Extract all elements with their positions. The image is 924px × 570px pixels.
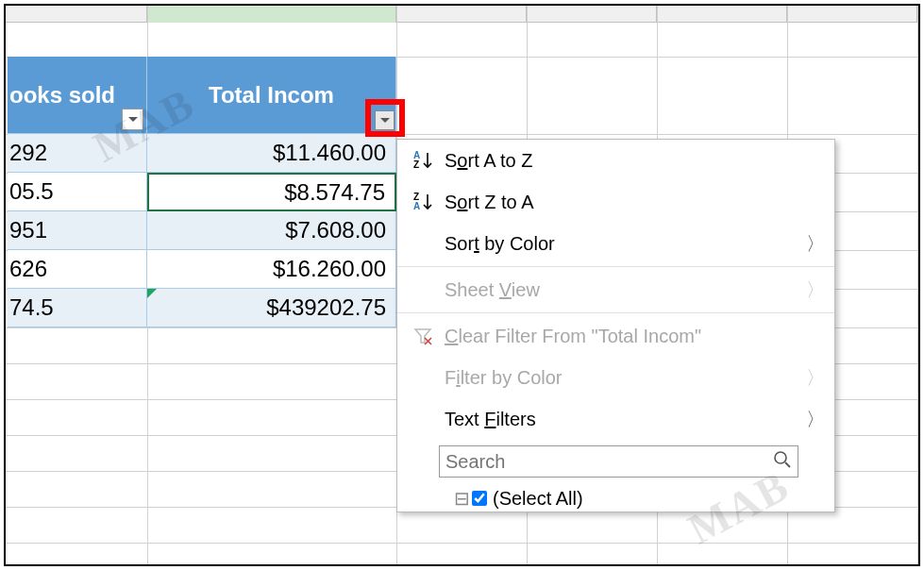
- menu-sort-atoz[interactable]: A Z Sort A to Z: [397, 140, 834, 181]
- cell[interactable]: 626: [8, 250, 147, 289]
- table-row-total: 74.5 $439202.75: [8, 289, 396, 327]
- cell-value: $11.460.00: [273, 140, 386, 166]
- menu-sort-ztoa[interactable]: Z A Sort Z to A: [397, 181, 834, 223]
- submenu-arrow-icon: 〉: [806, 365, 834, 391]
- table-header-row: ooks sold Total Incom: [8, 57, 396, 134]
- cell-value: 626: [9, 256, 47, 282]
- table-row: 292 $11.460.00: [8, 134, 396, 173]
- submenu-arrow-icon: 〉: [806, 277, 834, 303]
- menu-label-part: iew: [512, 279, 540, 300]
- clear-filter-icon: [413, 327, 432, 345]
- svg-text:A: A: [413, 201, 420, 211]
- svg-point-9: [775, 452, 786, 463]
- menu-accel: o: [457, 150, 467, 171]
- table-row: 626 $16.260.00: [8, 250, 396, 289]
- menu-accel: o: [457, 192, 467, 212]
- menu-accel: F: [484, 409, 496, 429]
- highlight-annotation: [365, 99, 405, 137]
- th-label: ooks sold: [9, 82, 115, 109]
- filter-value-label: (Select All): [493, 488, 583, 510]
- menu-accel: V: [499, 279, 512, 300]
- table-body: 292 $11.460.00 05.5 $8.574.75 951 $7.608…: [8, 134, 396, 327]
- filter-search-box[interactable]: [439, 445, 798, 478]
- active-cell[interactable]: $8.574.75: [147, 173, 396, 211]
- filter-value-list: ⊟ (Select All): [397, 481, 834, 511]
- cell[interactable]: $7.608.00: [147, 211, 396, 250]
- menu-label-part: rt A to Z: [467, 150, 532, 171]
- cell[interactable]: $16.260.00: [147, 250, 396, 289]
- menu-sheet-view: Sheet View 〉: [397, 269, 834, 310]
- sort-az-icon: A Z: [412, 150, 433, 171]
- submenu-arrow-icon: 〉: [806, 231, 834, 257]
- cell-value: 951: [9, 217, 47, 243]
- cell[interactable]: $439202.75: [147, 289, 396, 327]
- error-indicator-icon: [147, 289, 157, 298]
- menu-label-part: Text: [445, 409, 484, 429]
- menu-clear-filter: Clear Filter From "Total Incom": [397, 315, 834, 357]
- menu-label-part: S: [445, 192, 457, 212]
- menu-label-part: F: [445, 367, 456, 388]
- menu-sort-by-color[interactable]: Sort by Color 〉: [397, 223, 834, 264]
- data-table: ooks sold Total Incom 292 $11.460.00 05.…: [8, 57, 396, 327]
- table-row: 951 $7.608.00: [8, 211, 396, 250]
- cell[interactable]: 292: [8, 134, 147, 173]
- cell[interactable]: $11.460.00: [147, 134, 396, 173]
- menu-label-part: by Color: [479, 233, 555, 254]
- cell-value: 05.5: [9, 178, 54, 205]
- th-total-income[interactable]: Total Incom: [147, 57, 396, 134]
- menu-label-part: ilters: [496, 409, 535, 429]
- cell[interactable]: 74.5: [8, 289, 147, 327]
- menu-label-part: Sheet: [445, 279, 499, 300]
- search-icon: [773, 450, 792, 474]
- tree-connector-icon: ⊟: [454, 487, 470, 510]
- menu-label-part: lter by Color: [461, 367, 563, 388]
- cell-value: $439202.75: [266, 294, 386, 321]
- svg-text:Z: Z: [413, 159, 419, 170]
- menu-label-part: Sor: [445, 233, 474, 254]
- menu-label-part: S: [445, 150, 457, 171]
- cell[interactable]: 05.5: [8, 173, 147, 211]
- spreadsheet-view: ooks sold Total Incom 292 $11.460.00 05.…: [4, 4, 920, 566]
- cell-value: 292: [9, 140, 47, 166]
- cell-value: $8.574.75: [284, 179, 385, 206]
- menu-filter-by-color: Filter by Color 〉: [397, 357, 834, 398]
- table-row: 05.5 $8.574.75: [8, 173, 396, 211]
- th-label: Total Incom: [209, 82, 334, 109]
- menu-label-part: lear Filter From "Total Incom": [458, 326, 701, 346]
- th-books-sold[interactable]: ooks sold: [8, 57, 147, 134]
- cell-value: 74.5: [9, 294, 54, 321]
- cell[interactable]: 951: [8, 211, 147, 250]
- filter-menu: A Z Sort A to Z Z A Sort Z to A S: [396, 139, 835, 512]
- filter-dropdown-button[interactable]: [122, 109, 143, 130]
- menu-accel: C: [445, 326, 458, 346]
- menu-separator: [397, 266, 834, 267]
- menu-separator: [397, 312, 834, 313]
- cell-value: $7.608.00: [285, 217, 386, 243]
- svg-line-10: [785, 462, 790, 467]
- checkbox[interactable]: [472, 491, 487, 506]
- filter-search-input[interactable]: [445, 451, 773, 473]
- menu-text-filters[interactable]: Text Filters 〉: [397, 398, 834, 440]
- cell-value: $16.260.00: [273, 256, 386, 282]
- filter-value-select-all[interactable]: ⊟ (Select All): [454, 485, 797, 511]
- sort-za-icon: Z A: [412, 192, 433, 212]
- submenu-arrow-icon: 〉: [806, 407, 834, 432]
- menu-label-part: rt Z to A: [467, 192, 533, 212]
